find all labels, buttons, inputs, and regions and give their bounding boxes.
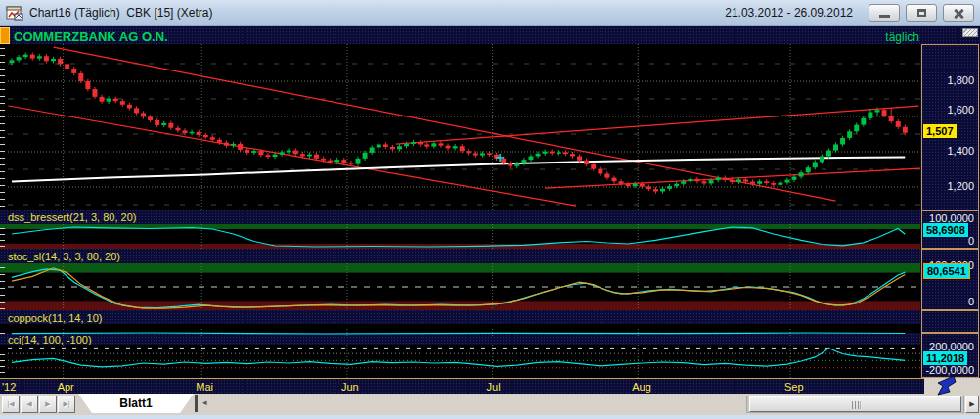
tab-first-button[interactable]: |◀: [2, 396, 20, 413]
minimize-button[interactable]: [869, 4, 900, 22]
price-tick-label: 1,800: [947, 74, 974, 87]
restore-icon: [917, 9, 926, 17]
cci-axis-panel: 200,0000 -200,0000 11,2018: [921, 333, 979, 378]
coppock-pane[interactable]: [0, 324, 920, 333]
tab-split-left-icon[interactable]: ◂: [202, 397, 207, 407]
scroll-right-button[interactable]: ▶: [965, 396, 979, 413]
horizontal-scrollbar-thumb[interactable]: [749, 396, 961, 412]
period-label: täglich: [839, 30, 919, 44]
chart-window-icon: [6, 5, 23, 21]
instrument-name: COMMERZBANK AG O.N.: [14, 29, 168, 44]
price-tick-label: 1,600: [947, 104, 974, 116]
series-color-marker: [0, 27, 10, 44]
chart-client-area: COMMERZBANK AG O.N. täglich dss_bressert…: [0, 27, 980, 394]
stoc-value-badge: 80,6541: [923, 263, 970, 279]
x-axis-month-label: Apr: [58, 381, 74, 393]
tab-strip-end: [195, 395, 198, 412]
titlebar[interactable]: Chart16 (Täglich) CBK [15] (Xetra) 21.03…: [0, 0, 980, 26]
cci-value-badge: 11,2018: [923, 351, 967, 365]
stoc-axis-bottom: 0: [968, 296, 974, 308]
stochastic-pane[interactable]: [0, 263, 920, 310]
tab-last-button[interactable]: ▶|: [58, 396, 75, 413]
x-axis-month-label: Jul: [487, 381, 501, 393]
price-tick-label: 1,200: [947, 180, 974, 193]
x-axis-month-label: '12: [2, 381, 16, 393]
indicator-label-stochastic: stoc_sl(14, 3, 3, 80, 20): [8, 251, 120, 262]
sheet-tab-bar: |◀ ◀ ▶ ▶| Blatt1 ◂ ▶: [0, 394, 980, 415]
cci-pane[interactable]: [0, 345, 920, 378]
dss-axis-panel: 100,0000 0 58,6908: [921, 210, 979, 249]
axis-corner: [924, 378, 980, 394]
coppock-axis-panel: [921, 310, 979, 333]
dss-bressert-pane[interactable]: [0, 224, 920, 249]
price-tick-label: 1,400: [947, 145, 974, 158]
restore-button[interactable]: [906, 4, 937, 22]
close-icon: [954, 8, 964, 19]
stochastic-axis-panel: 100,0000 0 80,6541: [921, 249, 979, 310]
x-axis-month-label: Jun: [341, 381, 359, 393]
indicator-label-dss: dss_bressert(21, 3, 80, 20): [8, 211, 136, 223]
price-axis-panel: 1,800 1,600 1,400 1,200 1,507: [921, 44, 979, 210]
close-button[interactable]: [943, 4, 974, 22]
cci-axis-bottom: -200,0000: [925, 364, 974, 377]
splitter-handle-icon[interactable]: [962, 28, 978, 37]
window-title: Chart16 (Täglich) CBK [15] (Xetra): [29, 6, 212, 20]
window-bottom-edge: [0, 415, 980, 419]
minimize-icon: [879, 15, 890, 18]
indicator-label-coppock: coppock(11, 14, 10): [8, 312, 102, 324]
x-axis-month-label: Sep: [784, 381, 804, 393]
chart-application-window: Chart16 (Täglich) CBK [15] (Xetra) 21.03…: [0, 0, 980, 419]
x-axis-month-label: Aug: [632, 381, 651, 393]
dss-value-badge: 58,6908: [923, 223, 968, 237]
sheet-tab-blatt1[interactable]: Blatt1: [78, 394, 194, 413]
x-axis-month-label: Mai: [196, 381, 213, 393]
date-range: 21.03.2012 - 26.09.2012: [725, 6, 863, 20]
time-axis: '12AprMaiJunJulAugSep: [0, 378, 924, 394]
dss-axis-bottom: 0: [968, 235, 974, 248]
candlestick-pane[interactable]: [0, 44, 920, 210]
last-price-badge: 1,507: [923, 124, 957, 138]
tab-next-button[interactable]: ▶: [39, 396, 57, 413]
tab-prev-button[interactable]: ◀: [21, 396, 38, 413]
